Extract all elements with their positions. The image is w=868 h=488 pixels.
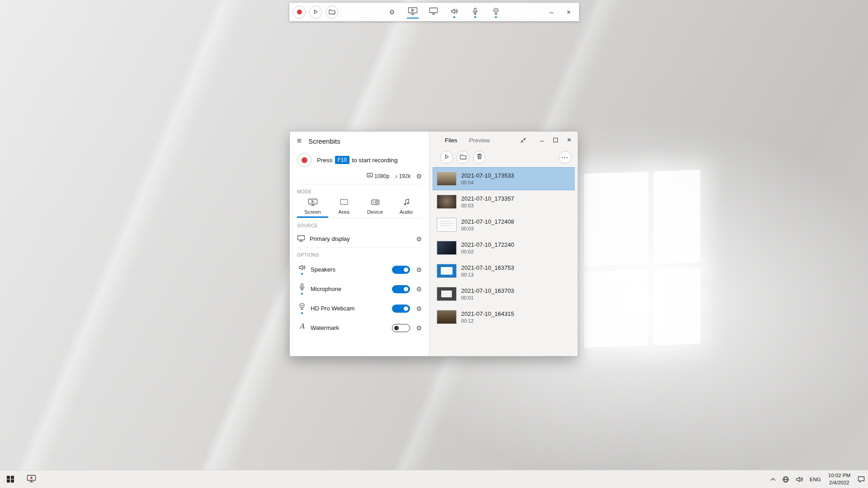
- taskbar: ENG 10:02 PM 2/4/2022: [0, 470, 868, 488]
- file-name: 2021-07-10_173533: [461, 172, 514, 179]
- folder-icon: [329, 8, 335, 16]
- source-section-label: SOURCE: [297, 223, 422, 228]
- microphone-settings-button[interactable]: ⚙: [416, 286, 422, 292]
- open-file-location-button[interactable]: [457, 151, 469, 164]
- window-minimize-button[interactable]: –: [535, 133, 549, 147]
- toolbar-minimize-button[interactable]: –: [545, 5, 558, 19]
- play-icon: [313, 8, 318, 16]
- file-row[interactable]: 2021-07-10_173533 00:04: [433, 167, 575, 190]
- action-center-button[interactable]: [854, 470, 868, 488]
- tab-preview[interactable]: Preview: [469, 137, 490, 144]
- watermark-toggle[interactable]: [392, 324, 410, 332]
- toolbar-close-button[interactable]: ×: [562, 5, 576, 19]
- bitrate-setting[interactable]: ♪ 192k: [395, 173, 410, 179]
- option-row-speakers: Speakers ⚙: [297, 260, 422, 279]
- file-row[interactable]: 2021-07-10_173357 00:03: [433, 190, 575, 213]
- tray-show-hidden-icons[interactable]: [767, 470, 779, 488]
- play-file-button[interactable]: [440, 151, 453, 164]
- screen-mode-icon: [308, 198, 318, 208]
- webcam-icon: [493, 8, 499, 17]
- file-thumbnail: [437, 287, 457, 301]
- language-indicator[interactable]: ENG: [807, 470, 824, 488]
- source-selector[interactable]: Primary display ⚙: [297, 230, 422, 248]
- watermark-settings-button[interactable]: ⚙: [416, 325, 422, 331]
- speakers-button[interactable]: [446, 3, 463, 21]
- file-row[interactable]: 2021-07-10_163753 00:13: [433, 259, 575, 282]
- record-hint: Press F10 to start recording: [317, 156, 398, 164]
- microphone-active-dot: [474, 16, 476, 18]
- mode-tab-device[interactable]: Device: [359, 197, 391, 218]
- area-select-icon: [340, 198, 349, 208]
- file-row[interactable]: 2021-07-10_164315 00:12: [433, 305, 575, 328]
- microphone-button[interactable]: [467, 3, 484, 21]
- resolution-icon: [367, 173, 373, 179]
- window-maximize-button[interactable]: [549, 133, 562, 147]
- file-name: 2021-07-10_172240: [461, 241, 514, 248]
- bitrate-value: 192k: [399, 173, 410, 179]
- start-button[interactable]: [0, 470, 21, 488]
- speakers-active-dot: [453, 16, 455, 18]
- microphone-icon: [299, 283, 305, 292]
- record-hint-suffix: to start recording: [352, 157, 397, 164]
- screen-mode-button[interactable]: [404, 3, 421, 21]
- file-name: 2021-07-10_163753: [461, 264, 514, 271]
- webcam-active-dot: [495, 16, 497, 18]
- webcam-settings-button[interactable]: ⚙: [416, 305, 422, 312]
- volume-icon[interactable]: [793, 470, 807, 488]
- file-row[interactable]: 2021-07-10_172240 00:02: [433, 236, 575, 259]
- play-icon: [444, 153, 449, 161]
- record-button[interactable]: [293, 6, 306, 19]
- resolution-setting[interactable]: 1080p: [367, 173, 389, 179]
- option-label: Watermark: [311, 324, 339, 331]
- mode-tab-area[interactable]: Area: [328, 197, 359, 218]
- app-title: Screenbits: [308, 137, 340, 145]
- option-row-webcam: HD Pro Webcam ⚙: [297, 299, 422, 318]
- folder-icon: [460, 153, 467, 161]
- recordings-list: 2021-07-10_173533 00:04 2021-07-10_17335…: [429, 167, 578, 356]
- microphone-icon: [472, 8, 478, 17]
- webcam-toggle[interactable]: [392, 305, 410, 313]
- mode-tab-label: Audio: [400, 209, 413, 215]
- mode-section-label: MODE: [297, 189, 422, 194]
- menu-button[interactable]: ≡: [297, 136, 302, 145]
- file-row[interactable]: 2021-07-10_172408 00:03: [433, 213, 575, 236]
- quality-settings-button[interactable]: ⚙: [416, 173, 422, 179]
- display-button[interactable]: [425, 3, 442, 21]
- microphone-toggle[interactable]: [392, 285, 410, 293]
- window-close-button[interactable]: ×: [562, 133, 576, 147]
- file-thumbnail: [437, 241, 457, 255]
- start-recording-button[interactable]: [297, 153, 311, 167]
- speaker-icon: [451, 8, 458, 16]
- file-row[interactable]: 2021-07-10_163703 00:01: [433, 282, 575, 305]
- open-folder-button[interactable]: [326, 6, 338, 19]
- file-thumbnail: [437, 195, 457, 209]
- wallpaper-window-glow: [584, 169, 703, 355]
- source-settings-button[interactable]: ⚙: [416, 236, 422, 242]
- record-icon: [302, 157, 307, 163]
- option-label: Microphone: [311, 286, 341, 292]
- monitor-icon: [429, 7, 438, 17]
- toolbar-settings-button[interactable]: ⚙: [383, 3, 401, 21]
- speakers-settings-button[interactable]: ⚙: [416, 267, 422, 273]
- webcam-button[interactable]: [487, 3, 505, 21]
- play-button[interactable]: [309, 6, 322, 19]
- speakers-toggle[interactable]: [392, 266, 410, 274]
- files-panel: Files Preview – ×: [429, 131, 578, 356]
- more-options-button[interactable]: ···: [559, 151, 571, 164]
- gear-icon: ⚙: [416, 173, 422, 179]
- taskbar-app-screenbits[interactable]: [21, 470, 42, 488]
- mode-tab-audio[interactable]: Audio: [391, 197, 422, 218]
- tab-files[interactable]: Files: [445, 137, 457, 144]
- network-icon[interactable]: [779, 470, 793, 488]
- option-row-watermark: A Watermark ⚙: [297, 318, 422, 338]
- collapse-panel-button[interactable]: [516, 133, 530, 147]
- file-duration: 00:03: [461, 203, 514, 208]
- audio-note-icon: [402, 198, 410, 208]
- clock[interactable]: 10:02 PM 2/4/2022: [824, 470, 854, 488]
- mode-tab-label: Screen: [304, 209, 321, 215]
- active-underline: [407, 18, 419, 19]
- option-label: HD Pro Webcam: [311, 305, 354, 312]
- mode-tab-screen[interactable]: Screen: [297, 197, 328, 218]
- file-thumbnail: [437, 310, 457, 324]
- delete-file-button[interactable]: [473, 151, 486, 164]
